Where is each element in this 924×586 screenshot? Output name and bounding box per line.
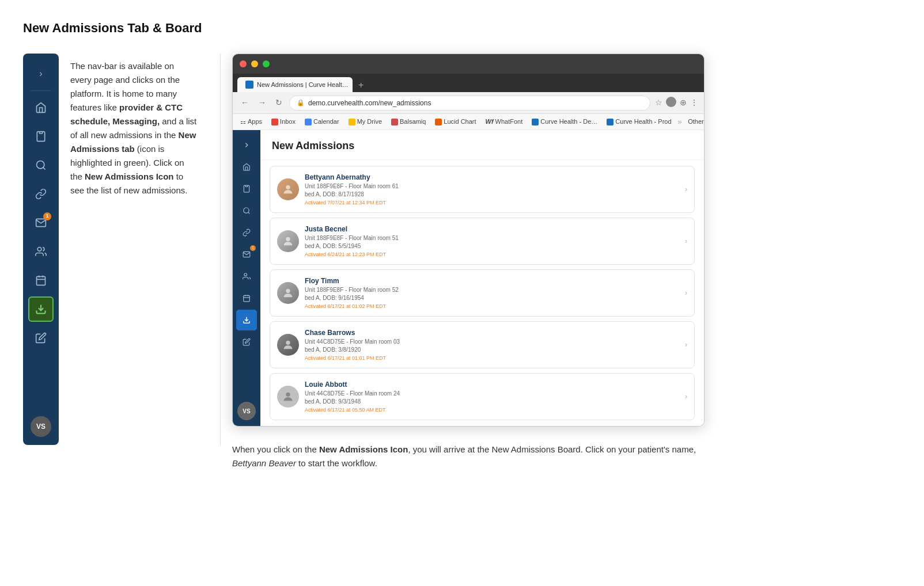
patient-details-5: Unit 44C8D75E - Floor Main room 24 bed A… bbox=[305, 390, 679, 414]
patient-card-5[interactable]: Louie Abbott Unit 44C8D75E - Floor Main … bbox=[270, 373, 695, 420]
app-sidebar-link[interactable] bbox=[236, 222, 257, 243]
maximize-dot[interactable] bbox=[263, 60, 270, 67]
sidebar-item-home[interactable] bbox=[28, 95, 54, 120]
app-user-avatar: VS bbox=[237, 402, 256, 420]
bookmark-star-icon[interactable]: ☆ bbox=[655, 97, 662, 109]
app-sidebar-users[interactable] bbox=[236, 266, 257, 287]
extensions-icon[interactable]: ⊕ bbox=[680, 97, 687, 109]
app-content: 1 VS bbox=[233, 130, 704, 426]
bookmark-lucidchart[interactable]: Lucid Chart bbox=[432, 116, 479, 128]
svg-line-2 bbox=[43, 168, 46, 170]
svg-rect-4 bbox=[37, 276, 46, 285]
sidebar-item-calendar[interactable] bbox=[28, 268, 54, 293]
mail-badge: 1 bbox=[43, 212, 51, 220]
app-sidebar-clipboard[interactable] bbox=[236, 178, 257, 199]
app-sidebar-expand[interactable] bbox=[236, 135, 257, 155]
sidebar-item-mail[interactable]: 1 bbox=[28, 210, 54, 235]
profile-icon[interactable] bbox=[666, 97, 676, 107]
patient-name-3: Floy Timm bbox=[305, 276, 679, 286]
bookmark-drive[interactable]: My Drive bbox=[346, 116, 385, 128]
browser-actions: ☆ ⊕ ⋮ bbox=[655, 97, 698, 109]
browser-tab-bar: New Admissions | Curve Healt… × + bbox=[233, 74, 704, 92]
left-sidebar: › 1 V bbox=[23, 54, 59, 445]
description-panel: The nav-bar is available on every page a… bbox=[59, 54, 209, 197]
app-sidebar-avatar[interactable]: VS bbox=[236, 401, 257, 421]
patient-chevron-2: › bbox=[685, 236, 687, 246]
patient-avatar-1 bbox=[277, 178, 299, 200]
tab-title: New Admissions | Curve Healt… bbox=[257, 80, 349, 90]
bookmark-other[interactable]: Other Bookmarks bbox=[685, 116, 704, 128]
patient-details-2: Unit 188F9E8F - Floor Main room 51 bed A… bbox=[305, 234, 679, 258]
svg-rect-13 bbox=[244, 295, 250, 302]
patient-avatar-4 bbox=[277, 334, 299, 356]
minimize-dot[interactable] bbox=[251, 60, 258, 67]
svg-point-3 bbox=[37, 248, 41, 252]
vertical-divider bbox=[220, 54, 221, 445]
app-sidebar-download[interactable] bbox=[236, 310, 257, 330]
app-sidebar: 1 VS bbox=[233, 130, 260, 426]
patient-info-4: Chase Barrows Unit 44C8D75E - Floor Main… bbox=[305, 328, 679, 362]
bookmark-calendar[interactable]: Calendar bbox=[302, 116, 342, 128]
sidebar-item-edit[interactable] bbox=[28, 325, 54, 351]
menu-icon[interactable]: ⋮ bbox=[690, 97, 698, 109]
address-box[interactable]: 🔒 demo.curvehealth.com/new_admissions bbox=[289, 96, 650, 111]
patient-name-4: Chase Barrows bbox=[305, 328, 679, 338]
browser-addressbar: ← → ↻ 🔒 demo.curvehealth.com/new_admissi… bbox=[233, 92, 704, 114]
patient-card-1[interactable]: Bettyann Abernathy Unit 188F9E8F - Floor… bbox=[270, 166, 695, 213]
page-title: New Admissions Tab & Board bbox=[23, 18, 901, 37]
close-dot[interactable] bbox=[240, 60, 247, 67]
bottom-text-paragraph: When you click on the New Admissions Ico… bbox=[232, 443, 728, 470]
patient-info-2: Justa Becnel Unit 188F9E8F - Floor Main … bbox=[305, 224, 679, 258]
patient-info-3: Floy Timm Unit 188F9E8F - Floor Main roo… bbox=[305, 276, 679, 310]
patient-card-2[interactable]: Justa Becnel Unit 188F9E8F - Floor Main … bbox=[270, 218, 695, 265]
forward-button[interactable]: → bbox=[256, 96, 268, 110]
svg-point-22 bbox=[286, 393, 290, 397]
bookmark-inbox[interactable]: Inbox bbox=[268, 116, 298, 128]
patient-chevron-4: › bbox=[685, 340, 687, 350]
bookmarks-bar: ⚏ Apps Inbox Calendar My Drive Bal bbox=[233, 114, 704, 130]
app-page-header: New Admissions bbox=[260, 130, 704, 160]
sidebar-item-link[interactable] bbox=[28, 181, 54, 207]
svg-rect-9 bbox=[245, 185, 248, 187]
bookmark-curvehealth-prod[interactable]: Curve Health - Prod bbox=[604, 116, 674, 128]
sidebar-item-users[interactable] bbox=[28, 239, 54, 264]
svg-point-12 bbox=[244, 273, 247, 276]
lock-icon: 🔒 bbox=[297, 98, 305, 108]
bottom-description: When you click on the New Admissions Ico… bbox=[232, 443, 728, 470]
patient-name-2: Justa Becnel bbox=[305, 224, 679, 234]
patient-card-3[interactable]: Floy Timm Unit 188F9E8F - Floor Main roo… bbox=[270, 269, 695, 317]
app-sidebar-home[interactable] bbox=[236, 157, 257, 177]
tab-favicon bbox=[245, 81, 253, 89]
browser-titlebar bbox=[233, 54, 704, 74]
apps-icon: ⚏ bbox=[240, 117, 246, 127]
app-sidebar-search[interactable] bbox=[236, 200, 257, 221]
patient-card-4[interactable]: Chase Barrows Unit 44C8D75E - Floor Main… bbox=[270, 321, 695, 368]
app-sidebar-edit[interactable] bbox=[236, 332, 257, 352]
browser-mockup: New Admissions | Curve Healt… × + ← → ↻ … bbox=[232, 54, 705, 427]
patient-name-1: Bettyann Abernathy bbox=[305, 172, 679, 182]
refresh-button[interactable]: ↻ bbox=[273, 96, 285, 110]
bookmark-balsamiq[interactable]: Balsamiq bbox=[388, 116, 429, 128]
bookmark-whatfont[interactable]: Wf WhatFont bbox=[483, 116, 526, 128]
sidebar-item-expand[interactable]: › bbox=[28, 61, 54, 86]
back-button[interactable]: ← bbox=[238, 96, 251, 110]
avatar-initials: VS bbox=[36, 421, 46, 432]
sidebar-item-search[interactable] bbox=[28, 153, 54, 178]
sidebar-item-new-admissions[interactable] bbox=[28, 296, 54, 322]
sidebar-item-clipboard[interactable] bbox=[28, 124, 54, 149]
active-tab[interactable]: New Admissions | Curve Healt… × bbox=[237, 77, 353, 92]
browser-wrap: New Admissions | Curve Healt… × + ← → ↻ … bbox=[232, 54, 901, 470]
app-sidebar-mail[interactable]: 1 bbox=[236, 244, 257, 265]
app-sidebar-calendar2[interactable] bbox=[236, 288, 257, 309]
app-page-title: New Admissions bbox=[272, 138, 692, 154]
bookmark-apps[interactable]: ⚏ Apps bbox=[237, 116, 265, 128]
description-text: The nav-bar is available on every page a… bbox=[70, 59, 197, 197]
bookmarks-overflow: » bbox=[678, 117, 682, 127]
bookmark-curvehealth-de[interactable]: Curve Health - De… bbox=[529, 116, 600, 128]
patient-name-5: Louie Abbott bbox=[305, 379, 679, 390]
svg-point-21 bbox=[286, 341, 290, 345]
svg-point-10 bbox=[244, 208, 249, 213]
new-tab-button[interactable]: + bbox=[356, 78, 366, 92]
user-avatar[interactable]: VS bbox=[31, 416, 51, 437]
svg-point-18 bbox=[286, 185, 290, 189]
